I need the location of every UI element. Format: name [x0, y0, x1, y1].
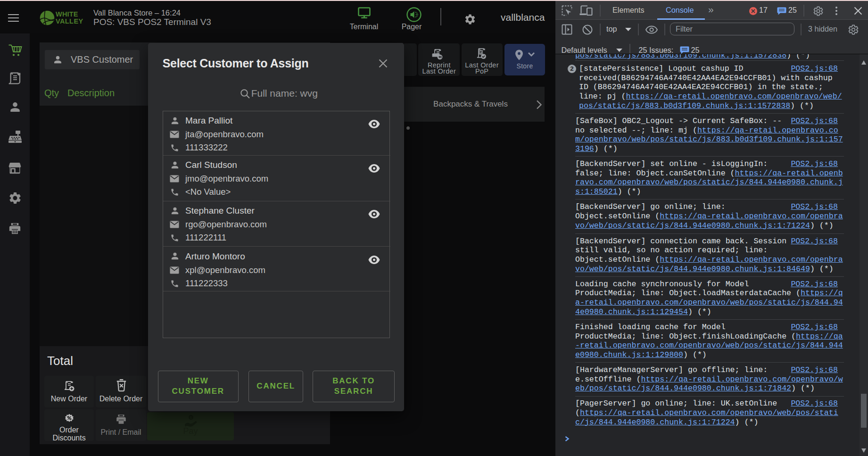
svg-text:$: $ — [190, 415, 192, 420]
